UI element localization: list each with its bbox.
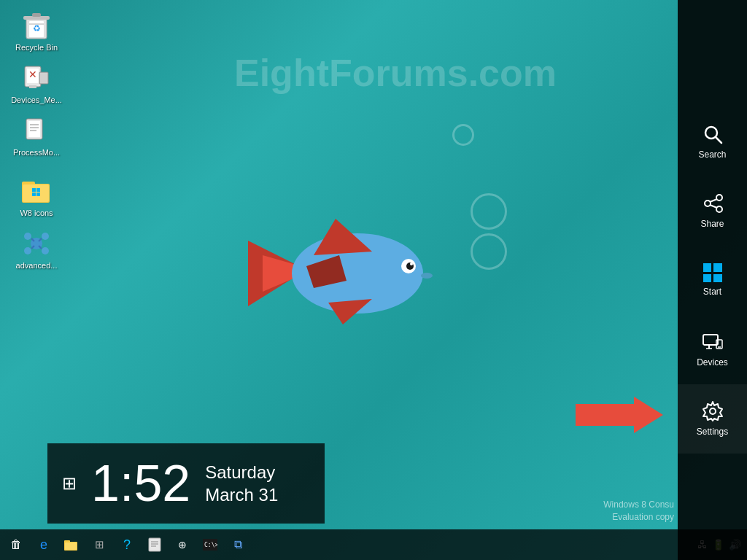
taskbar-cmd[interactable]: C:\> <box>197 532 223 558</box>
processmo-label: ProcessMo... <box>13 148 60 158</box>
advanced-icon[interactable]: advanced... <box>7 225 66 274</box>
svg-rect-59 <box>703 335 718 345</box>
svg-point-37 <box>42 247 49 254</box>
charm-search-label: Search <box>698 149 726 160</box>
charms-bar: Search Share Start <box>678 0 747 560</box>
bg-circle-1 <box>452 124 474 146</box>
charm-search[interactable]: Search <box>678 107 747 176</box>
svg-marker-42 <box>576 397 663 433</box>
taskbar-recycle[interactable]: 🗑 <box>3 532 29 558</box>
processmo-icon[interactable]: ProcessMo... <box>7 112 66 161</box>
monitor-icon: ⊞ <box>62 473 77 494</box>
clock-datenum: March 31 <box>205 483 278 506</box>
taskbar-task[interactable]: ⊞ <box>86 532 112 558</box>
share-icon <box>702 192 724 214</box>
svg-rect-14 <box>32 13 41 17</box>
clock-date: Saturday March 31 <box>205 461 278 506</box>
svg-rect-32 <box>36 192 40 196</box>
start-icon <box>703 263 722 282</box>
settings-icon <box>702 400 724 422</box>
clock-overlay: ⊞ 1:52 Saturday March 31 <box>47 443 325 524</box>
svg-rect-31 <box>32 192 36 196</box>
bg-circle-3 <box>471 233 507 270</box>
taskbar-left: 🗑 e ⊞ ? <box>0 532 692 558</box>
charm-share[interactable]: Share <box>678 176 747 246</box>
svg-line-53 <box>716 137 721 143</box>
svg-rect-18 <box>29 85 36 88</box>
svg-text:C:\>: C:\> <box>204 542 217 548</box>
svg-rect-30 <box>36 188 40 192</box>
svg-rect-45 <box>65 542 77 550</box>
devices-me-label: Devices_Me... <box>11 96 62 105</box>
svg-point-35 <box>42 233 49 240</box>
taskbar-help[interactable]: ? <box>114 532 140 558</box>
fish-illustration <box>226 197 445 360</box>
svg-rect-20 <box>39 72 48 84</box>
taskbar-notepad[interactable] <box>142 532 168 558</box>
windows-eval-text: Windows 8 Consu Evaluation copy <box>603 499 674 524</box>
desktop-icons-area: ♻ Recycle Bin ✕ Devices_Me... <box>0 0 88 281</box>
taskbar: 🗑 e ⊞ ? <box>0 529 747 560</box>
advanced-label: advanced... <box>16 261 58 271</box>
svg-text:♻: ♻ <box>33 23 41 34</box>
taskbar-ie[interactable]: e <box>31 532 57 558</box>
svg-rect-22 <box>28 121 40 137</box>
charm-share-label: Share <box>700 219 724 229</box>
clock-day: Saturday <box>205 461 278 483</box>
bg-circle-2 <box>471 193 507 230</box>
svg-line-57 <box>710 199 717 202</box>
recycle-bin-icon[interactable]: ♻ Recycle Bin <box>7 7 66 56</box>
charm-devices[interactable]: Devices <box>678 315 747 384</box>
svg-point-64 <box>710 408 716 414</box>
charm-start-label: Start <box>703 287 721 297</box>
charm-settings[interactable]: Settings <box>678 384 747 454</box>
taskbar-app[interactable]: ⧉ <box>225 532 251 558</box>
svg-point-8 <box>410 262 413 265</box>
svg-point-36 <box>24 247 31 254</box>
charm-settings-label: Settings <box>697 427 728 437</box>
recycle-bin-label: Recycle Bin <box>15 43 58 52</box>
svg-rect-46 <box>149 538 160 551</box>
red-arrow-indicator <box>576 393 663 440</box>
clock-time: 1:52 <box>91 458 190 509</box>
devices-me-icon[interactable]: ✕ Devices_Me... <box>7 60 66 109</box>
watermark: EightForums.com <box>117 51 674 95</box>
svg-text:✕: ✕ <box>28 69 37 80</box>
svg-point-34 <box>24 233 31 240</box>
desktop: EightForums.com <box>0 0 747 560</box>
svg-point-9 <box>421 273 433 279</box>
devices-icon <box>702 331 724 353</box>
svg-line-58 <box>710 205 717 208</box>
charm-start[interactable]: Start <box>678 246 747 315</box>
svg-rect-29 <box>32 188 36 192</box>
taskbar-network[interactable]: ⊕ <box>169 532 196 558</box>
w8icons-icon[interactable]: W8 icons <box>7 173 66 222</box>
w8icons-label: W8 icons <box>20 209 53 218</box>
search-icon <box>702 123 724 145</box>
charm-devices-label: Devices <box>697 357 728 368</box>
taskbar-explorer[interactable] <box>58 532 85 558</box>
